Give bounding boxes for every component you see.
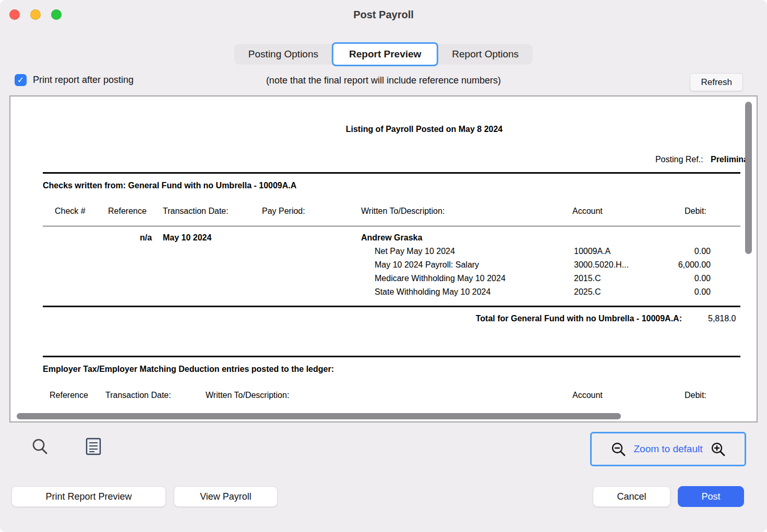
divider [43,306,740,307]
titlebar: Post Payroll [0,0,767,29]
refresh-button[interactable]: Refresh [690,73,743,91]
col-header-debit: Debit: [685,391,706,400]
col-header-written-to: Written To/Description: [206,391,289,400]
report-title: Listing of Payroll Posted on May 8 2024 [346,125,503,134]
line-account: 3000.5020.H... [574,260,629,270]
col-header-written-to: Written To/Description: [361,207,445,216]
horizontal-scrollbar[interactable] [17,413,621,419]
post-button[interactable]: Post [678,486,744,507]
post-payroll-window: Post Payroll Posting Options Report Prev… [0,0,767,532]
line-description: Medicare Withholding May 10 2024 [375,274,506,283]
report-preview-pane[interactable]: Listing of Payroll Posted on May 8 2024 … [9,95,758,422]
line-debit: 0.00 [632,287,711,297]
view-payroll-button[interactable]: View Payroll [174,486,278,507]
zoom-to-default-label[interactable]: Zoom to default [633,443,702,455]
tab-report-options[interactable]: Report Options [438,44,533,65]
print-report-preview-button[interactable]: Print Report Preview [11,486,166,507]
footer: Print Report Preview View Payroll Cancel… [0,485,767,508]
line-account: 10009A.A [574,247,610,256]
col-header-account: Account [572,207,603,216]
line-account: 2015.C [574,274,601,283]
zoom-to-default-control[interactable]: Zoom to default [590,432,746,466]
line-account: 2025.C [574,287,601,297]
col-header-reference: Reference [108,207,147,216]
divider [43,356,740,357]
document-text-icon[interactable] [85,437,102,456]
tab-report-preview[interactable]: Report Preview [332,42,438,66]
divider [43,172,740,174]
options-row: ✓ Print report after posting (note that … [0,72,767,94]
section1-heading: Checks written from: General Fund with n… [43,181,296,190]
col-header-debit: Debit: [685,207,706,216]
posting-ref-label: Posting Ref.: [655,155,703,164]
entry-trans-date: May 10 2024 [163,233,211,243]
window-title: Post Payroll [0,0,767,29]
vertical-scrollbar[interactable] [745,102,752,254]
line-debit: 6,000.00 [632,260,711,270]
posting-ref: Posting Ref.: Prelimina [655,155,748,164]
line-debit: 0.00 [632,274,711,283]
tab-posting-options[interactable]: Posting Options [234,44,332,65]
col-header-account: Account [572,391,603,400]
col-header-trans-date: Transaction Date: [163,207,229,216]
entry-check-num: n/a [140,233,152,243]
zoom-in-icon[interactable] [710,441,726,457]
line-description: May 10 2024 Payroll: Salary [375,260,479,270]
zoom-out-icon[interactable] [610,441,626,457]
posting-ref-value: Prelimina [711,155,748,164]
col-header-check-num: Check # [55,207,86,216]
magnifier-icon[interactable] [30,437,49,456]
section1-total-label: Total for General Fund with no Umbrella … [344,314,682,323]
entry-payee: Andrew Graska [361,233,422,243]
cancel-button[interactable]: Cancel [593,486,670,507]
col-header-trans-date: Transaction Date: [105,391,171,400]
reference-numbers-note: (note that the final report will include… [0,75,767,86]
col-header-pay-period: Pay Period: [262,207,305,216]
zoom-toolbar: Zoom to default [0,424,767,481]
line-description: Net Pay May 10 2024 [375,247,455,256]
divider [43,226,740,226]
tab-bar: Posting Options Report Preview Report Op… [234,44,533,65]
section2-heading: Employer Tax/Employer Matching Deduction… [43,365,334,374]
line-description: State Withholding May 10 2024 [375,287,490,297]
line-debit: 0.00 [632,247,711,256]
section1-total-value: 5,818.0 [708,314,736,323]
col-header-reference: Reference [50,391,88,400]
